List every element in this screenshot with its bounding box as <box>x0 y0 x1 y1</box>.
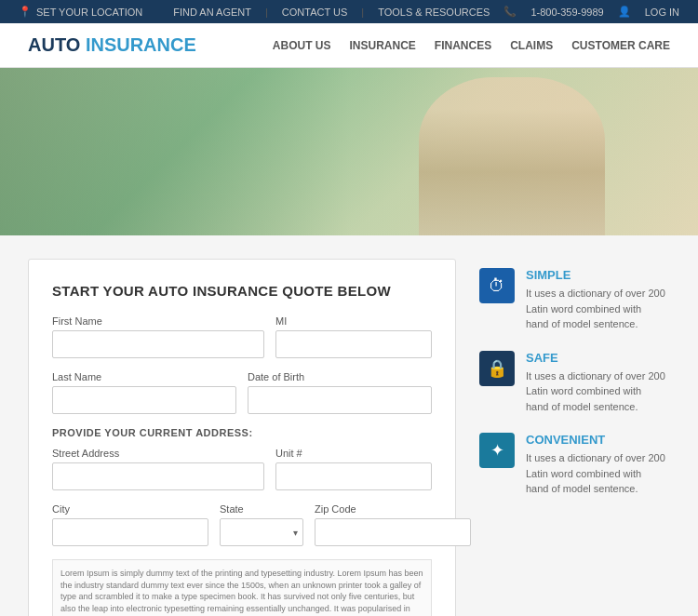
safe-icon: 🔒 <box>479 351 515 386</box>
top-bar: 📍 SET YOUR LOCATION FIND AN AGENT | CONT… <box>0 0 698 23</box>
city-state-zip-row: City State AL CA NY TX <box>52 503 432 546</box>
hero-image <box>0 68 698 235</box>
city-group: City <box>52 503 208 546</box>
set-location-link[interactable]: SET YOUR LOCATION <box>36 7 142 18</box>
top-bar-right: FIND AN AGENT | CONTACT US | TOOLS & RES… <box>173 6 679 18</box>
divider-2: | <box>361 7 364 18</box>
nav-customer-care[interactable]: CUSTOMER CARE <box>571 39 670 52</box>
unit-label: Unit # <box>275 448 432 459</box>
mi-input[interactable] <box>275 330 432 358</box>
logo-insurance: INSURANCE <box>86 34 196 55</box>
address-section: PROVIDE YOUR CURRENT ADDRESS: Street Add… <box>52 427 432 546</box>
contact-us-link[interactable]: CONTACT US <box>282 7 348 18</box>
street-unit-row: Street Address Unit # <box>52 448 432 490</box>
street-group: Street Address <box>52 448 264 490</box>
last-name-label: Last Name <box>52 371 236 382</box>
logo-auto: AUTO <box>28 34 80 55</box>
convenient-text: CONVENIENT It uses a dictionary of over … <box>526 433 665 497</box>
first-name-input[interactable] <box>52 330 264 358</box>
state-group: State AL CA NY TX <box>220 503 303 546</box>
simple-icon: ⏱ <box>479 268 515 303</box>
header: AUTO INSURANCE ABOUT US INSURANCE FINANC… <box>0 23 698 68</box>
first-name-group: First Name <box>52 315 264 358</box>
login-link[interactable]: LOG IN <box>645 7 679 18</box>
find-agent-link[interactable]: FIND AN AGENT <box>173 7 251 18</box>
hero-figure <box>419 77 605 235</box>
city-label: City <box>52 503 208 515</box>
quote-form-section: START YOUR AUTO INSURANCE QUOTE BELOW Fi… <box>28 259 456 616</box>
state-select-wrapper: AL CA NY TX <box>220 518 303 546</box>
simple-text: SIMPLE It uses a dictionary of over 200 … <box>526 268 665 332</box>
street-input[interactable] <box>52 462 264 490</box>
nav-claims[interactable]: CLAIMS <box>510 39 553 52</box>
state-select[interactable]: AL CA NY TX <box>220 518 303 546</box>
dob-input[interactable] <box>248 386 432 414</box>
mi-label: MI <box>275 315 432 327</box>
phone-link[interactable]: 1-800-359-9989 <box>530 7 603 18</box>
dob-group: Date of Birth <box>248 371 432 414</box>
nav-about[interactable]: ABOUT US <box>273 39 331 52</box>
nav-insurance[interactable]: INSURANCE <box>350 39 416 52</box>
main-content: START YOUR AUTO INSURANCE QUOTE BELOW Fi… <box>0 235 698 616</box>
address-section-label: PROVIDE YOUR CURRENT ADDRESS: <box>52 427 432 438</box>
main-nav: ABOUT US INSURANCE FINANCES CLAIMS CUSTO… <box>273 39 670 52</box>
simple-title: SIMPLE <box>526 268 665 282</box>
first-name-label: First Name <box>52 315 264 327</box>
safe-description: It uses a dictionary of over 200 Latin w… <box>526 368 665 415</box>
form-title: START YOUR AUTO INSURANCE QUOTE BELOW <box>52 283 432 299</box>
simple-description: It uses a dictionary of over 200 Latin w… <box>526 286 665 332</box>
unit-group: Unit # <box>275 448 432 490</box>
convenient-icon: ✦ <box>479 433 515 468</box>
phone-icon: 📞 <box>503 6 517 18</box>
nav-finances[interactable]: FINANCES <box>435 39 491 52</box>
last-name-input[interactable] <box>52 386 236 414</box>
name-row: First Name MI <box>52 315 432 358</box>
feature-simple: ⏱ SIMPLE It uses a dictionary of over 20… <box>479 268 665 332</box>
street-label: Street Address <box>52 448 264 459</box>
safe-text: SAFE It uses a dictionary of over 200 La… <box>526 351 665 415</box>
convenient-description: It uses a dictionary of over 200 Latin w… <box>526 450 665 497</box>
convenient-title: CONVENIENT <box>526 433 665 447</box>
logo: AUTO INSURANCE <box>28 34 196 56</box>
zip-input[interactable] <box>315 518 471 546</box>
safe-title: SAFE <box>526 351 665 365</box>
location-icon: 📍 <box>19 6 32 18</box>
zip-label: Zip Code <box>315 503 471 515</box>
last-name-group: Last Name <box>52 371 236 414</box>
unit-input[interactable] <box>275 462 432 490</box>
mi-group: MI <box>275 315 432 358</box>
top-bar-left: 📍 SET YOUR LOCATION <box>19 6 142 18</box>
state-label: State <box>220 503 303 515</box>
feature-convenient: ✦ CONVENIENT It uses a dictionary of ove… <box>479 433 665 497</box>
divider-1: | <box>265 7 268 18</box>
dob-label: Date of Birth <box>248 371 432 382</box>
tools-link[interactable]: TOOLS & RESOURCES <box>378 7 490 18</box>
features-sidebar: ⏱ SIMPLE It uses a dictionary of over 20… <box>479 259 665 616</box>
city-input[interactable] <box>52 518 208 546</box>
zip-group: Zip Code <box>315 503 471 546</box>
disclaimer-text: Lorem Ipsum is simply dummy text of the … <box>52 559 432 616</box>
feature-safe: 🔒 SAFE It uses a dictionary of over 200 … <box>479 351 665 415</box>
user-icon: 👤 <box>618 6 631 18</box>
last-dob-row: Last Name Date of Birth <box>52 371 432 414</box>
